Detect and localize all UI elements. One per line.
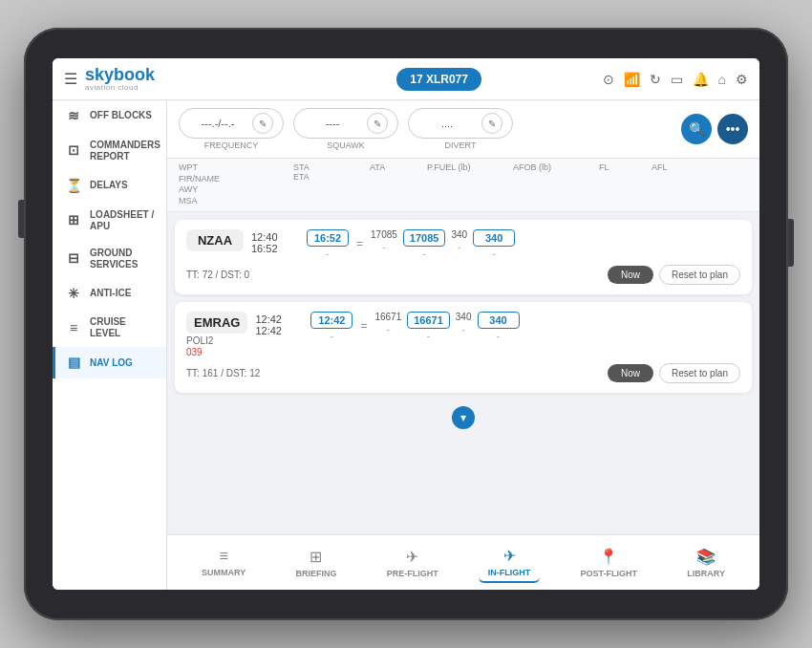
reset-to-plan-nzaa[interactable]: Reset to plan <box>659 265 740 285</box>
sidebar-item-off-blocks[interactable]: ≋ OFF BLOCKS <box>53 100 166 132</box>
squawk-control[interactable]: ---- ✎ <box>293 108 398 139</box>
tab-briefing[interactable]: ⊞ BRIEFING <box>286 544 346 582</box>
logo-text: skybook <box>85 66 155 83</box>
home-icon[interactable]: ⌂ <box>718 72 726 87</box>
top-icons: ⊙ 📶 ↻ ▭ 🔔 ⌂ ⚙ <box>603 72 748 87</box>
data-fields-emrag: 12:42 - = 16671 - <box>310 312 740 341</box>
now-button-emrag[interactable]: Now <box>608 364 653 382</box>
logo-area: skybook aviation cloud <box>85 66 155 92</box>
afob-group: 17085 - <box>403 229 446 259</box>
flight-badge[interactable]: 17 XLR077 <box>396 68 481 91</box>
refresh-icon[interactable]: ↻ <box>650 72 661 87</box>
pfuel-dash: - <box>382 242 385 252</box>
in-flight-label: IN-FLIGHT <box>488 568 531 577</box>
reset-to-plan-emrag[interactable]: Reset to plan <box>659 363 740 383</box>
sidebar-item-label: ANTI-ICE <box>90 288 131 299</box>
tab-post-flight[interactable]: 📍 POST-FLIGHT <box>571 544 648 582</box>
sidebar-item-label: DELAYS <box>90 180 128 191</box>
col-header-sta: STAETA <box>293 162 370 207</box>
squawk-edit-btn[interactable]: ✎ <box>367 113 388 134</box>
navlog-rows: NZAA 12:40 16:52 16:52 - <box>167 212 759 534</box>
nav-log-icon: ▤ <box>65 355 82 371</box>
eta-time: 16:52 <box>251 243 299 254</box>
afob-box-emrag[interactable]: 16671 <box>407 312 450 329</box>
chevron-down-icon[interactable]: ▾ <box>452 406 475 429</box>
afl-group-emrag: 340 - <box>478 312 520 341</box>
tab-in-flight[interactable]: ✈ IN-FLIGHT <box>479 543 541 583</box>
ata-group: 16:52 - <box>307 229 349 259</box>
sidebar-item-label: OFF BLOCKS <box>90 110 152 121</box>
afob-dash: - <box>422 248 425 259</box>
post-flight-label: POST-FLIGHT <box>581 569 638 578</box>
delays-icon: ⏳ <box>65 178 82 194</box>
time-col-emrag: 12:42 12:42 <box>255 313 303 336</box>
sub-info-039: 039 <box>186 347 247 357</box>
divert-group: .... ✎ DIVERT <box>408 108 513 150</box>
sidebar-item-anti-ice[interactable]: ✳ ANTI-ICE <box>53 278 166 310</box>
squawk-label: SQUAWK <box>327 140 365 150</box>
summary-icon: ≡ <box>220 548 228 565</box>
bell-icon[interactable]: 🔔 <box>693 72 709 87</box>
sub-info-poli2: POLI2 <box>186 335 247 346</box>
pre-flight-label: PRE-FLIGHT <box>387 569 438 578</box>
frequency-control[interactable]: ---.-/--.- ✎ <box>179 108 284 139</box>
wifi-icon[interactable]: 📶 <box>624 72 640 87</box>
divert-control[interactable]: .... ✎ <box>408 108 513 139</box>
search-button[interactable]: 🔍 <box>681 114 712 144</box>
sidebar-item-loadsheet[interactable]: ⊞ LOADSHEET / APU <box>53 202 166 240</box>
sidebar: ≋ OFF BLOCKS ⊡ COMMANDERS REPORT ⏳ DELAY… <box>53 100 167 590</box>
afl-dash: - <box>492 248 495 259</box>
sidebar-item-commanders-report[interactable]: ⊡ COMMANDERS REPORT <box>53 132 166 170</box>
ata-dash: - <box>326 248 329 259</box>
nav-row-nzaa: NZAA 12:40 16:52 16:52 - <box>175 220 752 294</box>
ata-box[interactable]: 16:52 <box>307 229 349 247</box>
post-flight-icon: 📍 <box>599 548 618 566</box>
sidebar-item-label: CRUISE LEVEL <box>90 316 157 339</box>
screen: ☰ skybook aviation cloud 17 XLR077 ⊙ 📶 ↻… <box>53 58 759 590</box>
sidebar-item-label: GROUND SERVICES <box>90 248 157 270</box>
loadsheet-icon: ⊞ <box>65 212 82 228</box>
more-button[interactable]: ••• <box>717 114 748 144</box>
sidebar-item-ground-services[interactable]: ⊟ GROUND SERVICES <box>53 240 166 278</box>
hamburger-icon[interactable]: ☰ <box>64 70 77 88</box>
time-col-nzaa: 12:40 16:52 <box>251 231 299 254</box>
logo-sub: aviation cloud <box>85 83 155 92</box>
ata-box-emrag[interactable]: 12:42 <box>310 312 353 329</box>
sta-time: 12:40 <box>251 231 299 243</box>
tab-library[interactable]: 📚 LIBRARY <box>677 544 735 582</box>
tab-pre-flight[interactable]: ✈ PRE-FLIGHT <box>377 544 448 582</box>
afl-box[interactable]: 340 <box>473 229 515 247</box>
sidebar-item-cruise-level[interactable]: ≡ CRUISE LEVEL <box>53 309 166 347</box>
afl-group: 340 - <box>473 229 515 259</box>
divert-label: DIVERT <box>445 140 477 150</box>
tablet-icon[interactable]: ▭ <box>671 72 683 87</box>
gps-icon[interactable]: ⊙ <box>603 72 614 87</box>
col-header-afob: AFOB (lb) <box>513 162 599 207</box>
afob-box[interactable]: 17085 <box>403 229 446 247</box>
sidebar-item-nav-log[interactable]: ▤ NAV LOG <box>53 347 166 378</box>
divert-edit-btn[interactable]: ✎ <box>481 113 502 134</box>
now-button-nzaa[interactable]: Now <box>608 266 653 284</box>
main-layout: ≋ OFF BLOCKS ⊡ COMMANDERS REPORT ⏳ DELAY… <box>53 100 759 590</box>
wpt-badge-emrag: EMRAG <box>186 312 247 334</box>
nav-card-row1: NZAA 12:40 16:52 16:52 - <box>186 229 740 259</box>
summary-label: SUMMARY <box>202 568 246 577</box>
equals-sign-emrag: = <box>360 319 367 333</box>
fl-group: 340 - <box>451 229 467 252</box>
sidebar-item-delays[interactable]: ⏳ DELAYS <box>53 170 166 202</box>
frequency-edit-btn[interactable]: ✎ <box>252 113 273 134</box>
pfuel-group: 17085 - <box>371 229 397 252</box>
ground-services-icon: ⊟ <box>65 250 82 267</box>
afl-box-emrag[interactable]: 340 <box>478 312 520 329</box>
content-area: ---.-/--.- ✎ FREQUENCY ---- ✎ SQUAWK <box>167 100 759 590</box>
top-bar: ☰ skybook aviation cloud 17 XLR077 ⊙ 📶 ↻… <box>53 58 759 100</box>
scroll-indicator: ▾ <box>175 400 752 431</box>
eta-time-emrag: 12:42 <box>255 325 303 336</box>
tab-summary[interactable]: ≡ SUMMARY <box>192 544 255 581</box>
sidebar-item-label: NAV LOG <box>90 357 133 369</box>
controls-bar: ---.-/--.- ✎ FREQUENCY ---- ✎ SQUAWK <box>167 100 759 159</box>
library-label: LIBRARY <box>687 569 725 578</box>
wpt-badge-nzaa: NZAA <box>186 229 244 251</box>
settings-icon[interactable]: ⚙ <box>736 72 748 87</box>
commanders-report-icon: ⊡ <box>65 142 82 159</box>
